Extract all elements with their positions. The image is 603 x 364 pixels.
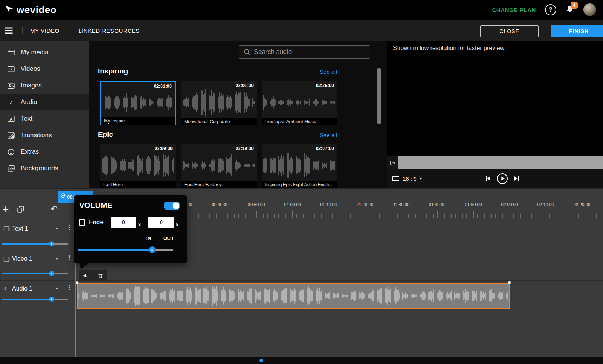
fade-in-unit: s	[138, 222, 141, 227]
panel-resize-handle[interactable]: ⋮	[383, 99, 387, 103]
audio-card-name: Motivational Corporate	[181, 118, 257, 125]
slider-fill	[78, 249, 152, 251]
text1-volume-slider[interactable]	[2, 241, 68, 246]
bell-icon	[565, 8, 574, 15]
speaker-icon	[83, 272, 89, 279]
tab-linked-resources[interactable]: LINKED RESOURCES	[78, 28, 140, 34]
video1-volume-slider[interactable]	[2, 271, 68, 276]
chevron-down-icon: ▾	[420, 176, 422, 181]
change-plan-link[interactable]: CHANGE PLAN	[492, 7, 536, 13]
slider-fill	[2, 273, 52, 274]
sidebar-item-backgrounds[interactable]: Backgrounds	[0, 160, 89, 177]
fade-in-input[interactable]	[111, 217, 136, 228]
play-button[interactable]	[497, 173, 508, 184]
ruler-time-label: 00:40:00	[212, 202, 229, 207]
audio-card-motivational-corporate[interactable]: 02:01:00 Motivational Corporate	[181, 81, 257, 125]
track-menu-icon[interactable]: ⋮	[66, 255, 72, 262]
search-input[interactable]	[254, 46, 367, 58]
notifications-button[interactable]: 4	[565, 5, 574, 15]
sidebar-item-my-media[interactable]: My media	[0, 44, 89, 61]
sidebar-item-videos[interactable]: Videos	[0, 61, 89, 77]
fade-out-unit: s	[176, 222, 178, 227]
avatar[interactable]	[583, 3, 596, 16]
audio-card-waveform	[263, 151, 335, 180]
volume-toggle[interactable]	[164, 202, 180, 210]
track-menu-icon[interactable]: ⋮	[66, 225, 72, 231]
aspect-ratio-selector[interactable]: 16 : 9 ▾	[392, 169, 422, 188]
audio-card-inspiring-epic-fight[interactable]: 02:07:00 Inspiring Epic Fight Action Exc…	[262, 144, 337, 188]
videos-icon	[7, 65, 15, 73]
hscroll-thumb[interactable]	[259, 359, 263, 362]
clip-mini-toolbar	[79, 270, 107, 281]
see-all-inspiring[interactable]: See all	[320, 69, 337, 75]
close-button[interactable]: CLOSE	[480, 25, 539, 37]
track-collapse-caret[interactable]: ▾	[56, 226, 58, 231]
wevideo-logo[interactable]: wevideo	[5, 4, 57, 16]
track-menu-icon[interactable]: ⋮	[66, 284, 72, 291]
sidebar-item-extras[interactable]: Extras	[0, 144, 89, 160]
clip-trim-handle-right[interactable]	[508, 281, 511, 284]
audio-card-duration: 02:25:00	[316, 83, 334, 88]
editor-nav-bar: MY VIDEO LINKED RESOURCES CLOSE FINISH	[0, 20, 603, 41]
audio1-volume-slider[interactable]	[2, 297, 68, 302]
tab-my-video[interactable]: MY VIDEO	[30, 28, 60, 34]
audio-card-waveform	[102, 151, 174, 180]
volume-thumb[interactable]	[149, 246, 156, 253]
bracket-arrow-icon	[389, 159, 396, 166]
volume-thumb[interactable]	[49, 271, 54, 276]
ruler-time-label: 01:30:00	[393, 202, 410, 207]
sidebar-item-transitions[interactable]: Transitions	[0, 127, 89, 144]
skip-back-button[interactable]	[485, 175, 491, 182]
volume-thumb[interactable]	[49, 241, 54, 246]
audio-card-timelapse-ambient[interactable]: 02:25:00 Timelapse Ambient Music	[262, 81, 337, 125]
finish-button[interactable]: FINISH	[551, 25, 603, 37]
timeline-hscroll-bar[interactable]	[0, 357, 603, 364]
audio-card-epic-hero-fantasy[interactable]: 02:19:00 Epic Hero Fantasy	[181, 144, 257, 188]
clip-volume-button[interactable]	[79, 270, 93, 281]
audio-card-duration: 02:19:00	[236, 146, 254, 151]
low-resolution-notice: Shown in low resolution for faster previ…	[393, 45, 504, 52]
sidebar-item-audio[interactable]: ♪ Audio	[0, 94, 89, 110]
audio-clip[interactable]	[77, 283, 510, 309]
sidebar-item-images[interactable]: Images	[0, 77, 89, 94]
text-icon: A	[7, 115, 15, 123]
audio-card-waveform	[183, 151, 255, 180]
audio-card-last-hero[interactable]: 02:09:00 Last Hero	[100, 144, 176, 188]
audio-card-duration: 02:09:00	[155, 146, 173, 151]
undo-icon[interactable]: ↶	[51, 204, 58, 214]
clip-volume-slider[interactable]	[78, 246, 173, 253]
fade-out-input[interactable]	[148, 217, 174, 228]
sidebar-item-label: Videos	[21, 65, 40, 73]
see-all-epic[interactable]: See all	[320, 132, 337, 138]
track-collapse-caret[interactable]: ▾	[56, 256, 58, 262]
skip-forward-button[interactable]	[513, 175, 520, 182]
volume-thumb[interactable]	[49, 297, 54, 302]
clip-trim-handle-left[interactable]	[75, 281, 79, 284]
aspect-ratio-label: 16 : 9	[403, 176, 417, 182]
slider-fill	[2, 243, 52, 245]
pin-icon	[61, 193, 65, 200]
fade-in-label: IN	[146, 236, 152, 241]
filmstrip-icon	[3, 255, 10, 264]
library-scrollbar[interactable]	[377, 68, 381, 124]
sidebar-item-text[interactable]: A Text	[0, 110, 89, 127]
menu-icon[interactable]	[4, 26, 14, 37]
audio-card-duration: 02:01:00	[154, 84, 172, 89]
ruler-time-label: 02:00:00	[501, 202, 518, 207]
help-icon[interactable]: ?	[545, 4, 556, 15]
track-name-video1: Video 1	[12, 255, 32, 262]
audio-card-name: Inspiring Epic Fight Action Exciti...	[262, 181, 337, 188]
fade-label: Fade	[89, 219, 104, 226]
duplicate-icon[interactable]	[17, 205, 25, 215]
preview-export-frame-button[interactable]	[387, 156, 398, 169]
preview-scrub-bar[interactable]	[398, 156, 603, 169]
clip-delete-button[interactable]	[93, 270, 107, 281]
fade-checkbox[interactable]	[79, 219, 85, 226]
audio-card-my-inspire[interactable]: 02:01:00 My Inspire	[100, 81, 176, 125]
add-track-button[interactable]: +	[3, 203, 9, 215]
my-media-icon	[7, 49, 15, 57]
ruler-time-label: 01:20:00	[357, 202, 373, 207]
track-collapse-caret[interactable]: ▾	[56, 286, 58, 291]
track-name-text1: Text 1	[12, 225, 28, 232]
ruler-time-label: 01:40:00	[429, 202, 446, 207]
